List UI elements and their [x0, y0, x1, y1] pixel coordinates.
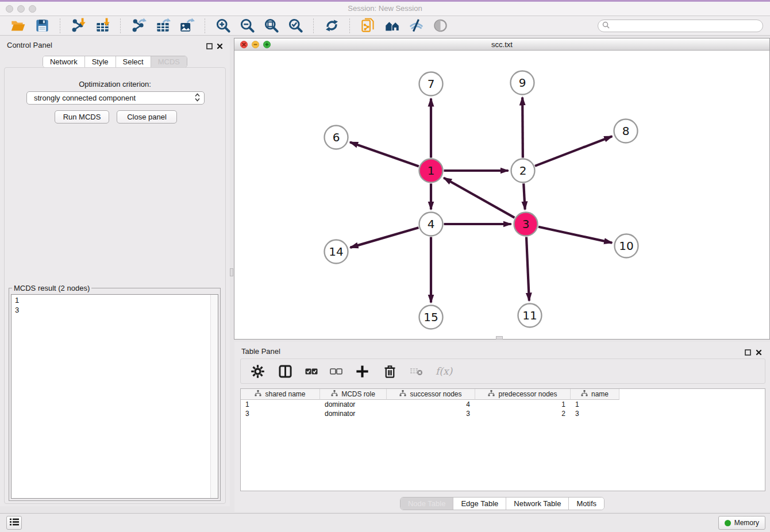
mcds-result-textarea[interactable]: 13: [11, 294, 218, 499]
table-cell[interactable]: dominator: [320, 410, 387, 418]
table-row[interactable]: 1dominator411: [241, 400, 765, 409]
graph-node-4[interactable]: 4: [419, 213, 443, 236]
graph-node-2[interactable]: 2: [511, 159, 535, 183]
network-view-window: scc.txt 7968124314101511: [234, 38, 770, 340]
vertical-splitter-grip[interactable]: [230, 268, 233, 276]
search-input[interactable]: [612, 21, 763, 31]
toolbar-separator: [313, 18, 314, 33]
graph-node-6[interactable]: 6: [325, 126, 348, 149]
graph-node-3[interactable]: 3: [514, 213, 538, 236]
graph-node-8[interactable]: 8: [614, 119, 638, 143]
horizontal-splitter-grip[interactable]: [496, 336, 503, 340]
edge-2-8[interactable]: [535, 136, 612, 166]
tab-mcds[interactable]: MCDS: [151, 56, 187, 67]
graph-node-14[interactable]: 14: [325, 240, 348, 264]
close-panel-icon[interactable]: [217, 41, 223, 52]
list-icon: [10, 518, 19, 528]
table-cell[interactable]: 1: [241, 400, 320, 408]
tab-network-table[interactable]: Network Table: [506, 498, 568, 510]
table-cell[interactable]: 3: [241, 410, 320, 418]
tab-style[interactable]: Style: [84, 56, 116, 67]
edge-2-9[interactable]: [522, 97, 523, 157]
table-panel-tabs: Node TableEdge TableNetwork TableMotifs: [234, 497, 770, 510]
delete-table-icon: [410, 366, 424, 376]
svg-text:14: 14: [329, 245, 343, 259]
edge-2-3[interactable]: [523, 183, 525, 209]
column-header-predecessor-nodes[interactable]: predecessor nodes: [475, 389, 571, 400]
network-canvas[interactable]: 7968124314101511: [234, 51, 769, 339]
graph-node-1[interactable]: 1: [419, 159, 443, 183]
tab-edge-table[interactable]: Edge Table: [453, 498, 506, 510]
zoom-fit-icon[interactable]: [263, 17, 280, 34]
add-column-icon[interactable]: [355, 364, 370, 379]
column-tree-icon: [399, 390, 406, 398]
table-cell[interactable]: 3: [387, 410, 475, 418]
tab-motifs[interactable]: Motifs: [568, 498, 604, 510]
column-header-shared-name[interactable]: shared name: [241, 389, 320, 400]
export-table-icon[interactable]: [154, 17, 171, 34]
column-settings-icon[interactable]: [250, 364, 265, 379]
select-all-columns-icon[interactable]: [305, 368, 318, 375]
new-network-from-file-icon[interactable]: [359, 17, 376, 34]
table-cell[interactable]: 4: [387, 400, 475, 408]
table-cell[interactable]: dominator: [320, 400, 387, 408]
zoom-out-icon[interactable]: [238, 17, 256, 34]
hide-selected-icon[interactable]: [407, 17, 425, 34]
column-header-name[interactable]: name: [571, 389, 619, 400]
tab-select[interactable]: Select: [116, 56, 151, 67]
graph-node-11[interactable]: 11: [518, 304, 542, 327]
graph-node-10[interactable]: 10: [615, 234, 638, 258]
status-bar: Memory: [0, 513, 770, 532]
float-table-panel-icon[interactable]: [745, 348, 751, 358]
table-cell[interactable]: 2: [475, 410, 571, 418]
memory-button-label: Memory: [734, 519, 759, 527]
memory-button[interactable]: Memory: [718, 516, 765, 530]
delete-column-icon[interactable]: [382, 364, 398, 379]
export-network-icon[interactable]: [130, 17, 147, 34]
network-window-titlebar[interactable]: scc.txt: [234, 38, 769, 51]
graph-node-15[interactable]: 15: [419, 306, 443, 329]
column-header-label: name: [591, 390, 609, 398]
close-table-panel-icon[interactable]: [756, 348, 762, 358]
close-panel-button[interactable]: Close panel: [117, 110, 177, 124]
table-cell[interactable]: 1: [475, 400, 571, 408]
task-history-button[interactable]: [6, 516, 22, 530]
graph-node-7[interactable]: 7: [419, 72, 443, 96]
table-cell[interactable]: 1: [571, 400, 619, 408]
result-scrollbar[interactable]: [210, 295, 218, 498]
graph-node-9[interactable]: 9: [511, 71, 534, 95]
window-titlebar: Session: New Session: [0, 0, 770, 16]
function-builder-icon: f(x): [436, 365, 452, 377]
column-header-successor-nodes[interactable]: successor nodes: [387, 389, 475, 400]
open-session-icon[interactable]: [9, 17, 26, 34]
split-view-icon[interactable]: [278, 364, 293, 379]
table-row[interactable]: 3dominator323: [241, 409, 765, 418]
mcds-result-line: 3: [15, 305, 214, 315]
tab-network[interactable]: Network: [43, 56, 84, 67]
edge-3-1[interactable]: [444, 178, 514, 218]
search-icon: [602, 21, 610, 31]
column-header-label: predecessor nodes: [498, 390, 557, 398]
export-image-icon[interactable]: [178, 17, 195, 34]
edge-3-11[interactable]: [526, 237, 529, 300]
import-table-icon[interactable]: [94, 17, 111, 34]
toolbar-separator: [60, 18, 60, 33]
column-header-MCDS-role[interactable]: MCDS role: [320, 389, 387, 400]
edge-1-6[interactable]: [350, 142, 419, 166]
edge-4-14[interactable]: [350, 228, 418, 248]
home-icon[interactable]: [383, 17, 401, 34]
save-session-icon[interactable]: [33, 17, 51, 34]
deselect-all-columns-icon[interactable]: [330, 368, 342, 375]
run-mcds-button[interactable]: Run MCDS: [55, 110, 109, 124]
table-cell[interactable]: 3: [571, 410, 619, 418]
edge-3-10[interactable]: [538, 227, 612, 243]
apply-layout-icon[interactable]: [323, 17, 340, 34]
node-table: shared nameMCDS rolesuccessor nodesprede…: [240, 388, 765, 491]
import-network-icon[interactable]: [70, 17, 87, 34]
zoom-selected-icon[interactable]: [287, 17, 304, 34]
tab-node-table[interactable]: Node Table: [401, 498, 453, 510]
zoom-in-icon[interactable]: [214, 17, 232, 34]
float-panel-icon[interactable]: [206, 41, 213, 52]
search-box[interactable]: [598, 20, 763, 32]
criterion-dropdown[interactable]: strongly connected component: [26, 91, 205, 105]
